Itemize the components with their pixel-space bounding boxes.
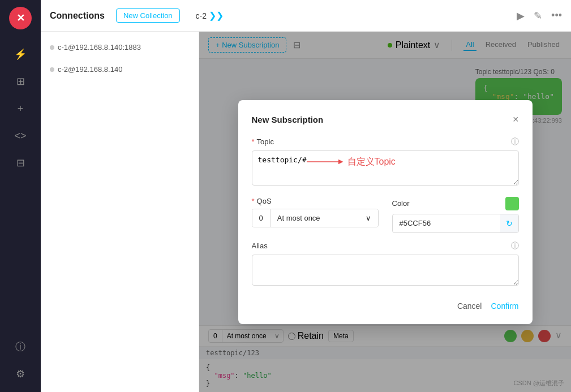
alias-input[interactable] [252, 255, 519, 286]
dialog-close-button[interactable]: × [513, 114, 519, 126]
sidebar-item-table[interactable]: ⊟ [9, 152, 32, 174]
color-input[interactable]: #5CCF56 ↻ [392, 214, 519, 233]
topic-info-icon[interactable]: ⓘ [511, 137, 519, 147]
qos-dropdown-value: At most once [277, 214, 320, 222]
alias-label: Alias ⓘ [252, 241, 519, 251]
cancel-button[interactable]: Cancel [457, 301, 482, 311]
qos-required-star: * [252, 197, 255, 205]
right-panel: + New Subscription ⊟ Plaintext ∨ All Rec… [199, 32, 571, 392]
qos-select[interactable]: 0 At most once ∨ [252, 209, 379, 227]
qos-dropdown[interactable]: At most once ∨ [271, 209, 378, 227]
conn-status-dot-c2 [50, 67, 54, 72]
color-hex-value: #5CCF56 [393, 214, 500, 232]
alias-label-text: Alias [252, 242, 268, 250]
dialog-title: New Subscription [252, 115, 324, 124]
conn-label-c2: c-2@192.168.8.140 [58, 65, 122, 74]
more-icon[interactable]: ••• [551, 10, 562, 21]
sidebar-item-code[interactable]: <> [9, 124, 32, 147]
color-field: Color #5CCF56 ↻ [392, 197, 519, 233]
sidebar-item-grid[interactable]: ⊞ [9, 70, 32, 93]
qos-color-row: * QoS 0 At most once ∨ [252, 197, 519, 233]
edit-icon[interactable]: ✎ [534, 10, 542, 22]
dialog-footer: Cancel Confirm [252, 297, 519, 311]
app-logo: ✕ [9, 7, 32, 29]
connections-title: Connections [50, 11, 105, 21]
sidebar-item-settings[interactable]: ⚙ [9, 363, 32, 385]
color-label-text: Color [392, 199, 410, 208]
conn-status-dot-c1 [50, 45, 54, 50]
tab-c2[interactable]: c-2 ❯❯ [196, 10, 224, 21]
topic-label: * Topic ⓘ [252, 137, 519, 147]
qos-field: * QoS 0 At most once ∨ [252, 197, 379, 227]
main-area: Connections New Collection c-2 ❯❯ ▶ ✎ ••… [41, 0, 571, 392]
sidebar-item-connections[interactable]: ⚡ [9, 43, 32, 66]
topic-label-text: Topic [257, 137, 274, 146]
color-refresh-icon[interactable]: ↻ [500, 214, 518, 232]
color-field-label: Color [392, 197, 519, 210]
topic-input[interactable]: testtopic/# [252, 150, 519, 186]
required-star: * [252, 137, 255, 146]
color-swatch[interactable] [505, 197, 519, 210]
alias-field: Alias ⓘ [252, 241, 519, 288]
sidebar-item-add[interactable]: + [9, 97, 32, 120]
sidebar-item-info[interactable]: ⓘ [9, 335, 32, 358]
qos-field-label: * QoS [252, 197, 379, 205]
qos-number: 0 [252, 209, 271, 227]
modal-overlay: New Subscription × * Topic ⓘ testtopic/# [199, 32, 571, 392]
connections-list: c-1@192.168.8.140:1883 c-2@192.168.8.140 [41, 32, 199, 392]
qos-dropdown-chevron-icon: ∨ [366, 214, 371, 222]
dialog-header: New Subscription × [252, 114, 519, 126]
connection-item-c2[interactable]: c-2@192.168.8.140 [41, 58, 199, 80]
conn-label-c1: c-1@192.168.8.140:1883 [58, 43, 141, 51]
topic-field: * Topic ⓘ testtopic/# [252, 137, 519, 188]
topbar: Connections New Collection c-2 ❯❯ ▶ ✎ ••… [41, 0, 571, 32]
tab-c2-label: c-2 [196, 11, 207, 20]
qos-label-text: QoS [257, 197, 272, 205]
connection-item-c1[interactable]: c-1@192.168.8.140:1883 [41, 36, 199, 58]
play-icon[interactable]: ▶ [517, 10, 525, 22]
alias-info-icon[interactable]: ⓘ [511, 241, 519, 251]
tab-chevron-icon: ❯❯ [209, 10, 224, 21]
sidebar: ✕ ⚡ ⊞ + <> ⊟ ⓘ ⚙ [0, 0, 41, 392]
topbar-actions: ▶ ✎ ••• [517, 10, 562, 22]
confirm-button[interactable]: Confirm [491, 301, 518, 311]
topic-input-wrapper: testtopic/# [252, 150, 519, 188]
new-collection-button[interactable]: New Collection [116, 8, 180, 23]
new-subscription-dialog: New Subscription × * Topic ⓘ testtopic/# [238, 100, 533, 324]
content-area: c-1@192.168.8.140:1883 c-2@192.168.8.140… [41, 32, 571, 392]
